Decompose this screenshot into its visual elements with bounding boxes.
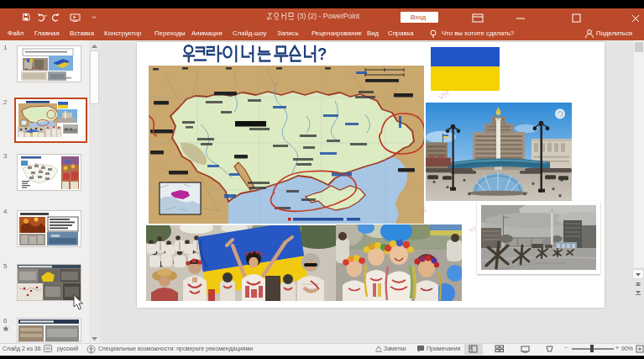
svg-text:?: ? <box>317 45 327 64</box>
